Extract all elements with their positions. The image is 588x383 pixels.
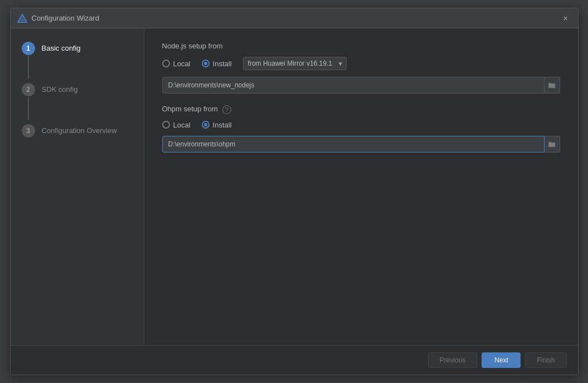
- ohpm-local-label: Local: [173, 121, 191, 129]
- title-bar-left: Configuration Wizard: [17, 13, 99, 23]
- ohpm-path-row: [162, 136, 560, 153]
- main-content: 1 Basic config 2 SDK config: [11, 28, 578, 345]
- ohpm-section-title: Ohpm setup from ?: [162, 105, 560, 114]
- nodejs-section-title: Node.js setup from: [162, 42, 560, 50]
- ohpm-path-input[interactable]: [162, 136, 545, 153]
- step2-left: 2: [22, 83, 35, 120]
- step2-circle: 2: [22, 83, 35, 96]
- next-button[interactable]: Next: [482, 352, 521, 368]
- step1-left: 1: [22, 42, 35, 78]
- ohpm-install-radio[interactable]: [202, 121, 210, 129]
- step1-circle: 1: [22, 42, 35, 55]
- step2-line: [28, 97, 29, 120]
- nodejs-mirror-select[interactable]: from Huawei Mirror v16.19.1from Official…: [243, 57, 347, 70]
- previous-button[interactable]: Previous: [428, 352, 478, 368]
- content-area: Node.js setup from Local Install from Hu…: [144, 28, 578, 345]
- ohpm-browse-button[interactable]: [545, 136, 560, 153]
- ohpm-help-icon[interactable]: ?: [222, 105, 231, 114]
- nodejs-radio-group: Local Install from Huawei Mirror v16.19.…: [162, 57, 560, 70]
- close-button[interactable]: ×: [560, 13, 571, 24]
- sidebar-item-basic-config[interactable]: 1 Basic config: [11, 40, 144, 81]
- ohpm-local-option[interactable]: Local: [162, 121, 191, 129]
- finish-button[interactable]: Finish: [525, 352, 566, 368]
- ohpm-install-option[interactable]: Install: [202, 121, 232, 129]
- sidebar-item-sdk-config[interactable]: 2 SDK config: [11, 81, 144, 122]
- nodejs-local-label: Local: [173, 60, 191, 68]
- nodejs-mirror-select-wrapper: from Huawei Mirror v16.19.1from Official…: [243, 57, 347, 70]
- sidebar-item-config-overview[interactable]: 3 Configuration Overview: [11, 122, 144, 140]
- sidebar: 1 Basic config 2 SDK config: [11, 28, 144, 345]
- ohpm-install-label: Install: [213, 121, 232, 129]
- step3-left: 3: [22, 124, 35, 138]
- app-icon: [17, 13, 27, 23]
- ohpm-radio-group: Local Install: [162, 121, 560, 129]
- nodejs-install-option[interactable]: Install: [202, 60, 232, 68]
- step1-label: Basic config: [42, 42, 81, 52]
- folder-icon: [548, 141, 556, 148]
- nodejs-local-radio[interactable]: [162, 60, 170, 67]
- step1-line: [28, 56, 29, 78]
- step3-circle: 3: [22, 124, 35, 138]
- nodejs-path-input[interactable]: [162, 77, 545, 94]
- footer: Previous Next Finish: [11, 345, 578, 375]
- nodejs-local-option[interactable]: Local: [162, 60, 191, 68]
- step2-label: SDK config: [42, 83, 78, 94]
- nodejs-browse-button[interactable]: [545, 77, 560, 94]
- nodejs-path-row: [162, 77, 560, 94]
- configuration-wizard-dialog: Configuration Wizard × 1 Basic config: [10, 8, 579, 375]
- title-bar: Configuration Wizard ×: [11, 8, 578, 28]
- nodejs-install-label: Install: [213, 60, 232, 68]
- folder-icon: [548, 82, 556, 89]
- step3-label: Configuration Overview: [42, 124, 117, 135]
- ohpm-local-radio[interactable]: [162, 121, 170, 129]
- nodejs-install-radio[interactable]: [202, 60, 210, 67]
- dialog-title: Configuration Wizard: [32, 14, 99, 22]
